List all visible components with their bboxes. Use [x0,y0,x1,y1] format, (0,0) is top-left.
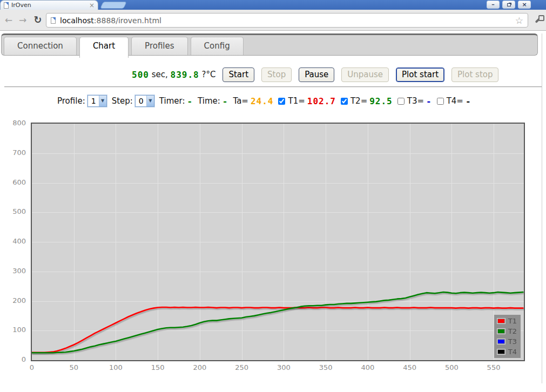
close-button[interactable]: × [518,1,531,9]
profile-label: Profile: [57,96,85,106]
x-tick-label: 150 [146,363,170,371]
y-tick-label: 800 [12,119,26,127]
url-domain: localhost [60,16,94,25]
tab-connection[interactable]: Connection [4,37,77,55]
page-icon [4,2,9,9]
x-axis-labels: 050100150200250300350400450500550 [32,363,526,374]
tab-chart[interactable]: Chart [79,37,129,58]
t1-label: T1= [288,96,305,106]
plot-area: T1T2T3T4 [31,123,525,361]
y-tick-label: 0 [22,355,26,363]
y-tick-label: 100 [12,326,26,334]
set-time-unit: sec, [152,70,168,79]
back-icon[interactable]: ← [2,13,15,27]
legend-swatch [497,318,505,324]
legend-swatch [497,339,505,344]
t4-checkbox[interactable] [437,98,444,105]
t4-value: - [466,96,471,106]
divider [4,86,542,87]
chevron-down-icon: ▼ [99,96,106,106]
bookmark-star-icon[interactable]: ☆ [515,15,523,26]
x-tick-label: 300 [272,363,295,371]
timer-label: Timer: [159,96,185,106]
legend-label: T4 [508,348,517,356]
x-tick-label: 350 [314,363,338,371]
restore-icon [507,3,511,6]
chart-canvas [32,124,524,360]
browser-window: IrOven × – × ← → ↻ localhost:8888/iroven… [0,0,546,392]
status-row: Profile: 1▼ Step: 0▼ Timer: - Time: - Ta… [0,93,542,109]
t1-value: 102.7 [307,96,336,106]
timer-value: - [187,96,193,106]
y-tick-label: 300 [12,267,26,275]
t2-label: T2= [350,96,367,106]
legend-label: T1 [508,317,517,325]
x-tick-label: 550 [482,363,505,371]
set-temp-unit: ?°C [201,70,215,79]
x-tick-label: 100 [104,363,127,371]
legend-item: T1 [497,317,517,325]
set-temp-value: 839.8 [171,70,199,80]
time-label: Time: [198,96,220,106]
x-tick-label: 500 [440,363,463,371]
legend-label: T3 [508,337,517,346]
x-tick-label: 0 [20,363,44,371]
chart-legend: T1T2T3T4 [494,315,521,358]
address-bar[interactable]: localhost:8888/iroven.html ☆ [46,13,528,28]
tab-profiles[interactable]: Profiles [131,37,187,55]
t2-value: 92.5 [369,96,393,106]
start-button[interactable]: Start [223,67,254,82]
x-tick-label: 50 [62,363,86,371]
y-axis-labels: 0100200300400500600700800 [0,123,28,359]
time-value: - [223,96,228,106]
reload-icon[interactable]: ↻ [31,13,44,27]
unpause-button: Unpause [341,67,389,82]
legend-swatch [497,349,505,355]
stop-button: Stop [261,67,292,82]
window-controls: – × [487,1,531,9]
t1-checkbox[interactable] [278,98,285,105]
t4-label: T4= [447,96,463,106]
t3-checkbox[interactable] [397,98,405,105]
plot-start-button[interactable]: Plot start [396,67,444,82]
browser-tab[interactable]: IrOven × [0,0,98,10]
y-tick-label: 200 [12,296,26,305]
t3-value: - [426,96,432,106]
x-tick-label: 200 [188,363,212,371]
url-path: :8888/iroven.html [94,16,161,25]
t2-checkbox[interactable] [341,98,348,105]
browser-titlebar: IrOven × – × [0,0,546,10]
legend-swatch [497,328,505,334]
legend-label: T2 [508,327,517,335]
y-tick-label: 700 [12,148,26,157]
t3-label: T3= [407,96,424,106]
chevron-down-icon: ▼ [146,96,154,106]
step-label: Step: [112,96,133,106]
forward-icon[interactable]: → [16,13,29,27]
url-text[interactable]: localhost:8888/iroven.html [60,16,511,25]
restore-button[interactable] [502,1,515,9]
legend-item: T4 [497,348,517,356]
tab-config[interactable]: Config [191,37,244,55]
plot-stop-button: Plot stop [451,67,498,82]
x-tick-label: 250 [230,363,254,371]
pause-button[interactable]: Pause [299,67,334,82]
set-time-value: 500 [132,70,149,80]
wrench-menu-icon[interactable] [533,15,543,24]
x-tick-label: 450 [398,363,422,371]
ta-value: 24.4 [251,96,274,106]
minimize-button[interactable]: – [487,1,500,9]
legend-item: T2 [497,327,517,335]
browser-toolbar: ← → ↻ localhost:8888/iroven.html ☆ [0,10,546,31]
ta-label: Ta= [233,96,248,106]
step-select[interactable]: 0▼ [135,95,154,107]
tab-close-icon[interactable]: × [89,3,95,8]
controls-row: 500 sec, 839.8 ?°C Start Stop Pause Unpa… [0,66,542,83]
page-icon [51,17,56,24]
profile-select-value: 1 [91,97,96,105]
y-tick-label: 600 [12,178,26,186]
page-edge [542,33,542,383]
new-tab-button[interactable] [100,2,127,9]
profile-select[interactable]: 1▼ [87,95,107,107]
x-tick-label: 400 [356,363,380,371]
